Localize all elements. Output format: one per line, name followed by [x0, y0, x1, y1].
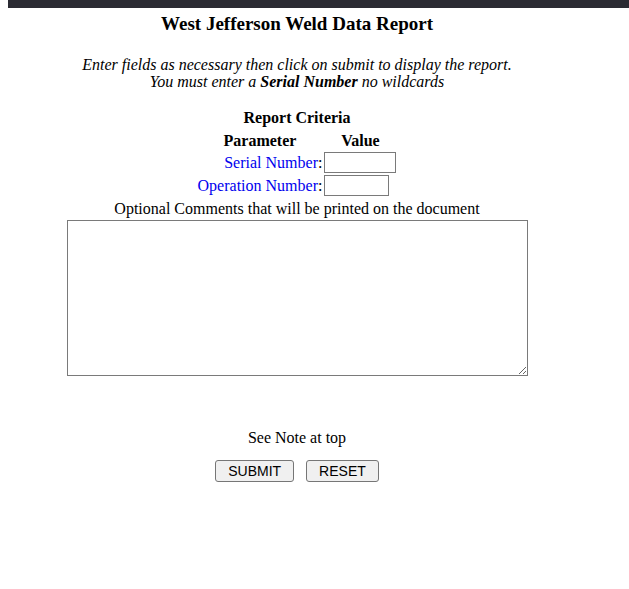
instructions-line2: You must enter a Serial Number no wildca…: [0, 73, 594, 90]
serial-number-input[interactable]: [324, 152, 396, 173]
top-bar: [8, 0, 629, 8]
serial-number-colon: :: [318, 154, 322, 171]
note-text: See Note at top: [0, 429, 594, 447]
submit-button[interactable]: SUBMIT: [215, 460, 294, 482]
instructions: Enter fields as necessary then click on …: [0, 56, 594, 90]
table-row-operation-number: Operation Number:: [198, 175, 397, 196]
operation-number-input[interactable]: [324, 175, 389, 196]
operation-number-link[interactable]: Operation Number: [198, 177, 318, 194]
page-title: West Jefferson Weld Data Report: [0, 13, 594, 35]
comments-textarea[interactable]: [67, 220, 528, 376]
value-column-header: Value: [324, 132, 396, 150]
report-criteria-heading: Report Criteria: [0, 109, 594, 127]
serial-number-link[interactable]: Serial Number: [224, 154, 318, 171]
comments-caption: Optional Comments that will be printed o…: [0, 200, 594, 218]
parameter-column-header: Parameter: [198, 132, 323, 150]
instructions-line1: Enter fields as necessary then click on …: [0, 56, 594, 73]
serial-number-emphasis: Serial Number: [260, 73, 357, 90]
reset-button[interactable]: RESET: [306, 460, 379, 482]
operation-number-colon: :: [318, 177, 322, 194]
criteria-table: Parameter Value Serial Number: Operation…: [196, 130, 399, 198]
button-row: SUBMIT RESET: [0, 460, 594, 482]
table-row-serial-number: Serial Number:: [198, 152, 397, 173]
report-form: West Jefferson Weld Data Report Enter fi…: [0, 13, 594, 482]
